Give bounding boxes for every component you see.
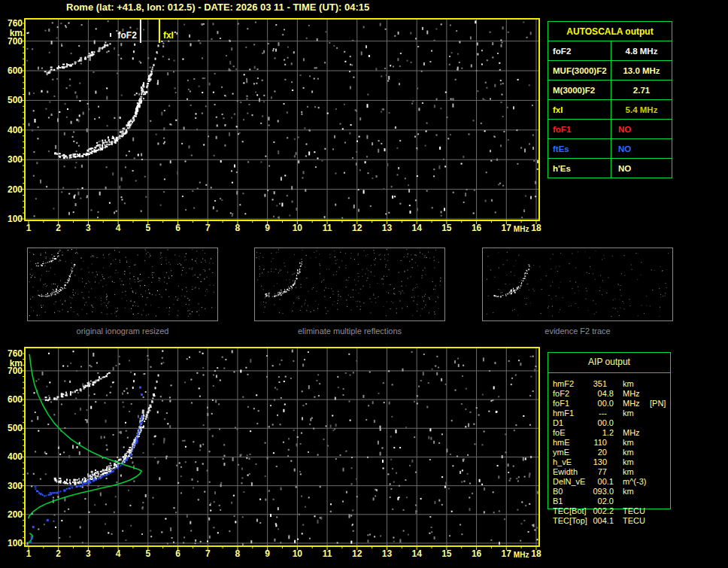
axis-label: 8 xyxy=(235,223,241,233)
axis-label: 12 xyxy=(352,548,362,559)
aip-row-hmE-val: 110 xyxy=(578,438,607,447)
aip-row-foE-val: 1.2 xyxy=(578,428,614,437)
autoscala-row-label: foF1 xyxy=(548,120,611,138)
panel-trace xyxy=(35,253,59,266)
aip-row-Ewidth-lab: Ewidth xyxy=(553,467,578,476)
aip-row-hmE-unit: km xyxy=(623,438,634,447)
aip-row-h_vE-val: 130 xyxy=(578,457,607,466)
panel-caption-original: original ionogram resized xyxy=(27,327,218,336)
axis-label: 12 xyxy=(352,223,362,233)
ionogram-plot-top: 760700600500400300200100km12345678910111… xyxy=(0,14,545,239)
axis-label: 200 xyxy=(8,509,23,520)
axis-label: 9 xyxy=(265,548,270,559)
aip-row-foE-unit: MHz xyxy=(623,428,640,437)
aip-row-B1-lab: B1 xyxy=(553,497,563,506)
axis-label: 2 xyxy=(56,223,61,233)
noise-layer xyxy=(256,249,441,316)
axis-label: 14 xyxy=(411,223,422,233)
aip-row-B0-lab: B0 xyxy=(553,487,563,496)
axis-label: km xyxy=(10,358,23,369)
aip-row-hmF2-val: 351 xyxy=(578,379,607,388)
panel-original-ionogram xyxy=(27,248,218,321)
axis-label: MHz xyxy=(514,225,529,233)
noise-layer xyxy=(487,251,669,317)
aip-row-TEC[Top]-val: 004.1 xyxy=(578,516,614,525)
autoscala-rows: foF24.8 MHzMUF(3000)F213.0 MHzM(3000)F22… xyxy=(548,41,672,178)
axis-label: 17 xyxy=(502,223,512,233)
aip-row-ymE-unit: km xyxy=(623,448,634,457)
axis-label: 6 xyxy=(175,223,180,233)
autoscala-row-M(3000)F2: M(3000)F22.71 xyxy=(548,80,672,99)
axis-label: 500 xyxy=(8,95,23,105)
aip-row-ymE-lab: ymE xyxy=(553,448,569,457)
axis-label: 300 xyxy=(8,154,23,165)
aip-row-h_vE-lab: h_vE xyxy=(553,457,572,466)
aip-row-foF2-unit: MHz xyxy=(623,389,640,398)
aip-row-foF2-val: 04.8 xyxy=(578,389,614,398)
axis-label: 13 xyxy=(382,223,393,233)
axis-label: 500 xyxy=(8,423,23,433)
frequency-markers: foF2fxI xyxy=(118,20,174,43)
aip-row-Ewidth-val: 77 xyxy=(578,467,607,476)
panel-trace xyxy=(494,270,528,298)
axis-label: 600 xyxy=(8,65,23,76)
axis-label: 10 xyxy=(293,223,303,233)
autoscala-row-value: NO xyxy=(611,139,672,158)
panel-evidence-f2 xyxy=(482,248,673,321)
station-datetime-title: Rome (lat: +41.8, lon: 012.5) - DATE: 20… xyxy=(66,2,369,13)
axis-label: 14 xyxy=(411,548,422,559)
aip-row-DelN_vE-unit: m^(-3) xyxy=(623,477,646,486)
aip-row-foF1-val: 00.0 xyxy=(578,399,614,408)
axis-label: 13 xyxy=(382,548,393,559)
autoscala-row-label: foF2 xyxy=(548,41,611,60)
aip-row-foE-lab: foE xyxy=(553,428,566,437)
aip-row-B0-unit: km xyxy=(623,487,634,496)
axis-label: km xyxy=(10,28,23,38)
axis-label: 18 xyxy=(531,223,541,233)
panel-trace xyxy=(265,269,298,297)
autoscala-row-value: 13.0 MHz xyxy=(611,61,672,80)
noise-layer xyxy=(27,350,538,546)
panel-caption-eliminate: eliminate multiple reflections xyxy=(254,327,445,336)
autoscala-row-value: NO xyxy=(611,159,672,178)
autoscala-row-label: M(3000)F2 xyxy=(548,80,611,99)
aip-row-Ewidth-unit: km xyxy=(623,467,634,476)
axis-label: 300 xyxy=(8,481,23,491)
axis-label: 5 xyxy=(145,223,150,233)
aip-output-table: AIP output hmF2351kmfoF204.8MHzfoF100.0M… xyxy=(548,352,705,540)
axis-label: 100 xyxy=(8,538,23,548)
axis-label: fxI xyxy=(163,30,174,41)
aip-row-foF1-unit: MHz xyxy=(623,399,640,408)
axis-label: 15 xyxy=(441,548,452,559)
panel-eliminate-reflections xyxy=(254,248,445,321)
aip-row-B1-val: 02.0 xyxy=(578,497,614,506)
aip-row-TEC[Bot]-val: 002.2 xyxy=(578,506,614,515)
aip-row-TEC[Bot]-unit: TECU xyxy=(623,506,645,515)
axis-label: 16 xyxy=(472,223,482,233)
plot-frame xyxy=(20,348,539,550)
axis-label: 4 xyxy=(116,548,121,559)
panel-trace xyxy=(38,268,72,298)
axis-label: 2 xyxy=(56,548,61,559)
autoscala-row-value: 2.71 xyxy=(611,80,672,99)
autoscala-row-label: MUF(3000)F2 xyxy=(548,61,611,80)
autoscala-row-label: fxI xyxy=(548,100,611,119)
autoscala-row-MUF(3000)F2: MUF(3000)F213.0 MHz xyxy=(548,60,672,80)
aip-row-hmF2-unit: km xyxy=(623,379,634,388)
autoscala-row-h'Es: h'EsNO xyxy=(548,158,672,178)
ionogram-plot-bottom-with-profile: 760700600500400300200100km12345678910111… xyxy=(0,339,545,568)
axis-label: 9 xyxy=(265,223,270,233)
aip-row-h_vE-unit: km xyxy=(623,457,634,466)
autoscala-row-value: 4.8 MHz xyxy=(611,41,672,60)
autoscala-window: Rome (lat: +41.8, lon: 012.5) - DATE: 20… xyxy=(0,0,728,568)
panel-eliminate-reflections-image xyxy=(255,248,443,319)
aip-row-hmE-lab: hmE xyxy=(553,438,570,447)
autoscala-row-fxI: fxI5.4 MHz xyxy=(548,99,672,119)
axis-label: 7 xyxy=(205,548,211,559)
axis-label: 400 xyxy=(8,451,23,462)
aip-row-TEC[Top]-unit: TECU xyxy=(623,516,645,525)
multiple-reflection-trace xyxy=(44,42,111,74)
multiple-reflection-trace xyxy=(45,372,111,402)
axis-label: 5 xyxy=(145,548,150,559)
axis-label: 11 xyxy=(323,548,332,559)
